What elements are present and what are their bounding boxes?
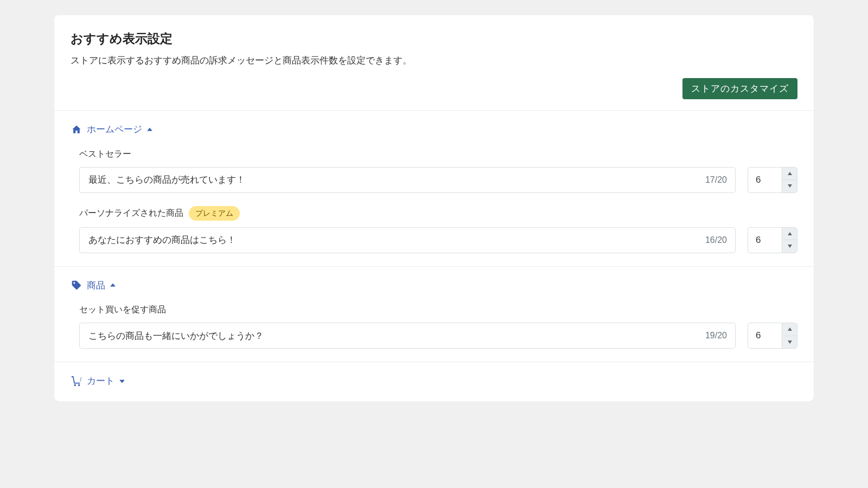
spinner-down-button[interactable] xyxy=(782,336,797,349)
page-title: おすすめ表示設定 xyxy=(71,29,797,48)
field-row: 16/20 6 xyxy=(79,227,797,253)
settings-card: おすすめ表示設定 ストアに表示するおすすめ商品の訴求メッセージと商品表示件数を設… xyxy=(54,15,814,401)
premium-badge: プレミアム xyxy=(189,206,240,221)
spinner-down-button[interactable] xyxy=(782,240,797,253)
message-input-bestseller[interactable] xyxy=(79,167,736,193)
field-label: ベストセラー xyxy=(79,147,131,160)
field-label-row: セット買いを促す商品 xyxy=(79,303,797,316)
spinner-up-button[interactable] xyxy=(782,168,797,180)
card-header: おすすめ表示設定 ストアに表示するおすすめ商品の訴求メッセージと商品表示件数を設… xyxy=(54,15,814,110)
field-row: 19/20 6 xyxy=(79,323,797,349)
section-products: 商品 セット買いを促す商品 19/20 6 xyxy=(54,266,814,362)
cart-icon xyxy=(71,375,82,387)
spinner-up-button[interactable] xyxy=(782,323,797,336)
field-label: パーソナライズされた商品 xyxy=(79,207,183,220)
field-label: セット買いを促す商品 xyxy=(79,303,166,316)
char-count: 19/20 xyxy=(705,329,727,342)
section-cart-toggle[interactable]: カート xyxy=(71,374,797,388)
field-label-row: パーソナライズされた商品 プレミアム xyxy=(79,206,797,221)
message-input-personalized[interactable] xyxy=(79,227,736,253)
field-row: 17/20 6 xyxy=(79,167,797,193)
spinner-buttons xyxy=(782,168,797,192)
section-products-toggle[interactable]: 商品 xyxy=(71,279,797,293)
field-label-row: ベストセラー xyxy=(79,147,797,160)
spinner-up-button[interactable] xyxy=(782,228,797,240)
char-count: 16/20 xyxy=(705,234,727,247)
tag-icon xyxy=(71,279,82,291)
spinner-value: 6 xyxy=(748,228,782,253)
spinner-value: 6 xyxy=(748,323,782,348)
text-wrap: 16/20 xyxy=(79,227,736,253)
section-title: ホームページ xyxy=(87,123,142,137)
page-description: ストアに表示するおすすめ商品の訴求メッセージと商品表示件数を設定できます。 xyxy=(71,54,797,68)
spinner-value: 6 xyxy=(748,168,782,192)
text-wrap: 17/20 xyxy=(79,167,736,193)
home-icon xyxy=(71,124,82,136)
field-crosssell: セット買いを促す商品 19/20 6 xyxy=(79,303,797,349)
message-input-crosssell[interactable] xyxy=(79,323,736,349)
spinner-buttons xyxy=(782,228,797,253)
section-title: カート xyxy=(87,374,114,388)
count-spinner-bestseller[interactable]: 6 xyxy=(748,167,797,193)
section-body: ベストセラー 17/20 6 xyxy=(71,147,797,253)
section-title: 商品 xyxy=(87,279,105,293)
spinner-buttons xyxy=(782,323,797,348)
section-homepage: ホームページ ベストセラー 17/20 6 xyxy=(54,110,814,266)
chevron-down-icon xyxy=(119,378,125,384)
text-wrap: 19/20 xyxy=(79,323,736,349)
spinner-down-button[interactable] xyxy=(782,179,797,192)
section-cart: カート xyxy=(54,362,814,401)
section-homepage-toggle[interactable]: ホームページ xyxy=(71,123,797,137)
field-personalized: パーソナライズされた商品 プレミアム 16/20 6 xyxy=(79,206,797,253)
customize-store-button[interactable]: ストアのカスタマイズ xyxy=(682,78,797,99)
header-actions: ストアのカスタマイズ xyxy=(71,78,797,99)
chevron-up-icon xyxy=(146,126,153,133)
chevron-up-icon xyxy=(110,282,116,288)
char-count: 17/20 xyxy=(705,174,727,187)
count-spinner-crosssell[interactable]: 6 xyxy=(748,323,797,349)
section-body: セット買いを促す商品 19/20 6 xyxy=(71,303,797,349)
count-spinner-personalized[interactable]: 6 xyxy=(748,227,797,253)
field-bestseller: ベストセラー 17/20 6 xyxy=(79,147,797,193)
